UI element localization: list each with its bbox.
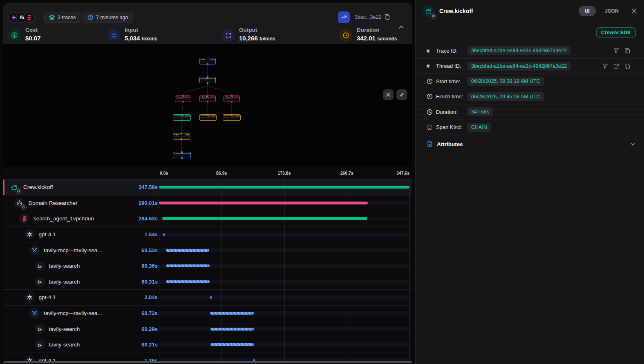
span-timeline <box>159 242 409 258</box>
graph-node-label: standard_process <box>202 115 211 117</box>
bookmark-icon <box>427 124 434 130</box>
copy-icon[interactable] <box>624 48 630 53</box>
axis-tick: 86.9s <box>216 171 227 175</box>
stat-duration: Duration 342.01 seconds <box>340 27 397 42</box>
stat-input: Input 5,034 tokens <box>107 27 157 42</box>
field-duration: Duration: 347.58s <box>416 104 644 120</box>
span-timeline <box>159 227 409 242</box>
traces-count-pill[interactable]: 3 traces <box>44 12 80 23</box>
filter-icon[interactable] <box>602 63 608 69</box>
trace-chart-button[interactable] <box>338 11 350 23</box>
tab-ui[interactable]: UI <box>579 6 596 16</box>
waterfall-row[interactable]: tavily-search 60.21s <box>3 337 412 353</box>
graph-node-gpt[interactable]: gpt-4.1 LLM <box>173 133 190 140</box>
agent-robot-icon <box>14 198 25 208</box>
span-name: gpt-4.1 <box>39 357 56 361</box>
waterfall-row[interactable]: gpt-4.1 1.36s <box>3 353 412 361</box>
tab-json[interactable]: JSON <box>605 8 619 14</box>
span-duration: 60.53s <box>141 247 158 253</box>
graph-node-badge: TASK <box>236 115 240 116</box>
stat-label: Cost <box>25 27 41 33</box>
graph-node-badge: AGENT <box>234 96 239 98</box>
document-icon <box>427 141 433 147</box>
external-icon[interactable] <box>613 63 619 69</box>
sdk-row: CrewAI SDK <box>416 22 644 43</box>
stat-cost: $ Cost $0.07 <box>8 27 41 42</box>
field-value: 3becbfed-a1be-ae84-ea3c-4942867a3e22 <box>467 62 570 71</box>
graph-node-crew[interactable]: Crew.kickoff CHAIN <box>199 77 216 83</box>
graph-node-badge: AGENT <box>185 96 190 98</box>
waterfall-row[interactable]: Domain Researcher 290.01s <box>3 195 412 211</box>
graph-node-run[interactable]: Run AGENT <box>199 58 216 64</box>
field-label: Span Kind: <box>436 124 467 130</box>
graph-node-writer[interactable]: Report Writer AGENT <box>224 95 240 102</box>
field-value: 06/28/2025, 09:45:06 AM UTC <box>467 92 544 101</box>
span-timeline <box>159 195 409 211</box>
trace-header: A\ 3 traces 7 minutes ago 3bec...3e22 <box>3 3 412 44</box>
graph-node-domain[interactable]: Domain Research AGENT <box>175 95 191 102</box>
sdk-badge: CrewAI SDK <box>596 27 636 38</box>
span-bar <box>159 202 368 204</box>
copy-icon[interactable] <box>624 63 630 69</box>
horizontal-scrollbar[interactable] <box>3 361 412 363</box>
attributes-section[interactable]: Attributes <box>416 135 644 153</box>
filter-icon[interactable] <box>613 48 619 53</box>
span-duration: 290.01s <box>139 200 158 206</box>
trace-id-short: 3bec...3e22 <box>355 14 381 20</box>
graph-node-search[interactable]: search_agent_1vp AGENT <box>173 114 191 121</box>
field-finish-time: Finish time: 06/28/2025, 09:45:06 AM UTC <box>416 89 644 105</box>
waterfall-row[interactable]: gpt-4.1 1.54s <box>3 226 412 242</box>
graph-node-generate[interactable]: generate_synopsis TASK <box>223 114 241 121</box>
graph-node-badge: CHAIN <box>210 78 215 79</box>
span-name: tavily-search <box>49 326 80 332</box>
expand-icon <box>222 29 235 42</box>
graph-node-badge: TOOL <box>186 153 190 154</box>
clock-icon <box>427 93 434 100</box>
graph-node-label: tavily-search <box>176 153 185 155</box>
graph-node-badge: AGENT <box>185 115 190 116</box>
span-bar <box>159 186 409 189</box>
trace-age-label: 7 minutes ago <box>96 15 128 20</box>
clock-icon <box>87 15 93 20</box>
field-label: Start time: <box>436 78 467 84</box>
graph-node-standard[interactable]: standard_process TASK <box>199 114 217 121</box>
waterfall-row[interactable]: tavily-search 60.29s <box>3 321 412 337</box>
waterfall-row[interactable]: tavily-search 60.36s <box>3 258 412 274</box>
graph-close-button[interactable] <box>383 89 394 100</box>
field-value: 3becbfed-a1be-ae84-ea3c-4942867a3e22 <box>467 46 570 55</box>
stat-output: Output 10,266 tokens <box>222 27 275 42</box>
axis-tick: 0.0s <box>160 171 168 175</box>
close-panel-icon[interactable] <box>631 8 637 14</box>
span-bar <box>166 264 209 267</box>
waterfall-row[interactable]: tavily-search 60.31s <box>3 274 412 290</box>
span-name: tavily-mcp---tavily-sea… <box>44 247 103 253</box>
trace-age-pill: 7 minutes ago <box>83 12 133 23</box>
crewai-sub-badge-icon <box>21 204 27 210</box>
graph-expand-button[interactable] <box>396 89 407 100</box>
graph-node-label: generate_synopsis <box>226 115 235 117</box>
attributes-label: Attributes <box>437 141 626 147</box>
route-icon <box>35 261 45 271</box>
waterfall-row[interactable]: Crew.kickoff 347.58s <box>3 179 412 195</box>
span-bar <box>253 359 255 361</box>
span-title: Crew.kickoff <box>439 8 574 14</box>
stat-value: $0.07 <box>25 35 41 42</box>
collapse-stats-chevron[interactable] <box>398 24 405 30</box>
span-bar <box>210 296 212 299</box>
crewai-sub-badge-icon <box>431 13 436 19</box>
waterfall-row[interactable]: tavily-mcp---tavily-sea… 60.72s <box>3 305 412 321</box>
span-bar <box>166 249 210 252</box>
chevron-down-icon[interactable] <box>630 141 636 147</box>
span-bar <box>210 328 254 331</box>
waterfall-row[interactable]: tavily-mcp---tavily-sea… 60.53s <box>3 242 412 258</box>
route-icon <box>35 340 45 350</box>
stat-label: Input <box>125 27 157 33</box>
waterfall-row[interactable]: search_agent_1vpchdun 284.63s <box>3 211 412 226</box>
span-duration: 60.21s <box>141 342 158 348</box>
graph-node-analyst[interactable]: Data Analyst AGENT <box>199 95 216 102</box>
copy-trace-id-icon[interactable] <box>384 14 390 20</box>
hash-icon: # <box>427 63 434 69</box>
graph-node-tavily[interactable]: tavily-search TOOL <box>173 152 191 158</box>
waterfall-row[interactable]: gpt-4.1 2.04s <box>3 289 412 305</box>
span-bar <box>166 280 209 283</box>
